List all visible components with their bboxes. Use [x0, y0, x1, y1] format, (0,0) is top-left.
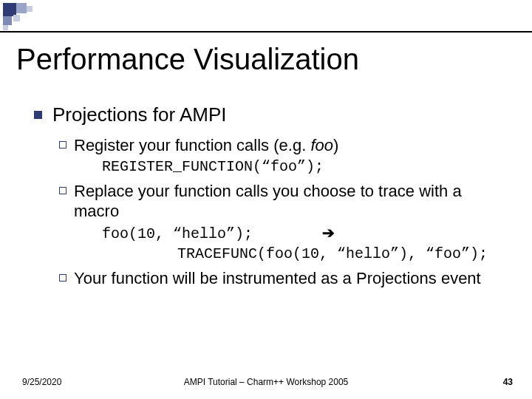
level2-text: Your function will be instrumented as a … — [74, 268, 510, 289]
slide: Performance Visualization Projections fo… — [0, 0, 532, 399]
slide-title: Performance Visualization — [16, 43, 359, 76]
code-fragment: TRACEFUNC(foo(10, “hello”), “foo”); — [177, 245, 488, 262]
footer-center: AMPI Tutorial – Charm++ Workshop 2005 — [0, 377, 532, 387]
text-italic: foo — [310, 136, 333, 154]
bullet-level2-instrumented: Your function will be instrumented as a … — [59, 268, 510, 289]
code-fragment: foo(10, “hello”); — [102, 225, 253, 242]
text-fragment: ) — [333, 136, 338, 154]
square-bullet-icon — [34, 111, 42, 119]
footer-page-number: 43 — [503, 377, 513, 387]
bullet-level1: Projections for AMPI — [34, 103, 510, 126]
arrow-icon: ➔ — [322, 225, 335, 241]
code-register: REGISTER_FUNCTION(“foo”); — [102, 157, 510, 177]
level1-text: Projections for AMPI — [52, 103, 227, 126]
open-square-bullet-icon — [59, 187, 66, 194]
level2-text: Register your function calls (e.g. foo) — [74, 135, 510, 156]
bullet-level2-register: Register your function calls (e.g. foo) — [59, 135, 510, 156]
text-fragment: Register your function calls (e.g. — [74, 136, 310, 154]
title-rule — [0, 31, 532, 33]
code-tracefunc: foo(10, “hello”); ➔ TRACEFUNC(foo(10, “h… — [102, 223, 510, 264]
slide-body: Projections for AMPI Register your funct… — [34, 103, 510, 288]
level2-text: Replace your function calls you choose t… — [74, 181, 510, 222]
open-square-bullet-icon — [59, 141, 66, 149]
bullet-level2-replace: Replace your function calls you choose t… — [59, 181, 510, 222]
open-square-bullet-icon — [59, 274, 66, 282]
